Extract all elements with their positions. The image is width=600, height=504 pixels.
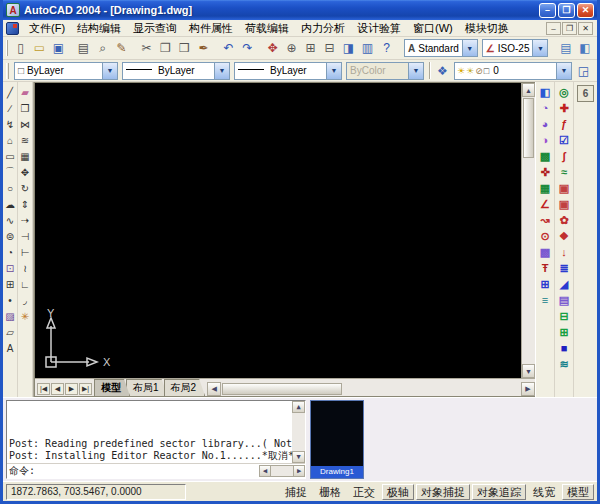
copy-object-icon[interactable]: ❐ xyxy=(18,100,33,116)
designcenter-icon[interactable]: ▥ xyxy=(358,39,377,58)
doc-restore-button[interactable]: ❐ xyxy=(562,22,577,35)
doc-close-button[interactable]: ✕ xyxy=(578,22,593,35)
plugin-drop-icon[interactable]: ↓ xyxy=(555,244,573,260)
plugin-solid-icon[interactable]: ■ xyxy=(555,340,573,356)
scroll-right-icon[interactable]: ▶ xyxy=(293,465,305,477)
plugin-flower2-icon[interactable]: ❖ xyxy=(555,228,573,244)
plugin-waves-icon[interactable]: ≋ xyxy=(555,356,573,372)
spline-icon[interactable]: ∿ xyxy=(3,212,18,228)
open-icon[interactable]: ▭ xyxy=(30,39,49,58)
move-icon[interactable]: ✥ xyxy=(18,164,33,180)
lock-icon[interactable]: 6 xyxy=(577,85,594,102)
status-lineweight[interactable]: 线宽 xyxy=(528,484,560,500)
command-hscrollbar[interactable]: ◀ ▶ xyxy=(259,465,305,477)
plugin-box1-icon[interactable]: ▣ xyxy=(555,180,573,196)
chevron-down-icon[interactable]: ▼ xyxy=(214,63,229,79)
plugin-plus-box-icon[interactable]: ⊞ xyxy=(555,324,573,340)
view-front-icon[interactable]: ◨ xyxy=(594,39,600,58)
lineweight-combo[interactable]: ByLayer ▼ xyxy=(234,62,342,80)
doc-minimize-button[interactable]: – xyxy=(546,22,561,35)
hatch-icon[interactable]: ▨ xyxy=(3,308,18,324)
command-window[interactable]: Post: Reading predefined sector library.… xyxy=(6,400,306,479)
layer-freeze-icon[interactable]: ☀ xyxy=(466,66,474,76)
chamfer-icon[interactable]: ∟ xyxy=(18,276,33,292)
plugin-script-icon[interactable]: ƒ xyxy=(555,116,573,132)
scroll-up-icon[interactable]: ▲ xyxy=(292,401,305,413)
menu-load-edit[interactable]: 荷载编辑 xyxy=(239,20,295,37)
menu-member-properties[interactable]: 构件属性 xyxy=(183,20,239,37)
save-icon[interactable]: ▣ xyxy=(49,39,68,58)
plugin-grid-blue-icon[interactable]: ⊞ xyxy=(536,276,554,292)
plugin-panel-icon[interactable]: ▦ xyxy=(536,180,554,196)
menu-module-switch[interactable]: 模块切换 xyxy=(459,20,515,37)
vertical-scrollbar[interactable]: ▲ ▼ xyxy=(521,83,535,378)
toolbar-grip[interactable] xyxy=(6,40,8,56)
status-osnap[interactable]: 对象捕捉 xyxy=(416,484,470,500)
point-icon[interactable]: • xyxy=(3,292,18,308)
scale-icon[interactable]: ⇕ xyxy=(18,196,33,212)
layer-color-swatch[interactable]: □ xyxy=(484,66,489,76)
status-grid[interactable]: 栅格 xyxy=(314,484,346,500)
minimize-button[interactable]: – xyxy=(539,3,556,18)
redo-icon[interactable]: ↷ xyxy=(238,39,257,58)
stretch-icon[interactable]: ⇢ xyxy=(18,212,33,228)
drawing-icon[interactable] xyxy=(6,22,19,35)
rotate-icon[interactable]: ↻ xyxy=(18,180,33,196)
menu-file[interactable]: 文件(F) xyxy=(23,20,71,37)
plugin-hatch-icon[interactable]: ▩ xyxy=(536,244,554,260)
layer-combo[interactable]: ☀☀⊘□ 0 ▼ xyxy=(454,62,572,80)
plugin-wedge-icon[interactable]: ◢ xyxy=(555,276,573,292)
insert-block-icon[interactable]: ⊡ xyxy=(3,260,18,276)
construction-line-icon[interactable]: ∕ xyxy=(3,100,18,116)
named-views-icon[interactable]: ▤ xyxy=(556,39,575,58)
plugin-bench-icon[interactable]: ≣ xyxy=(555,260,573,276)
menu-design-check[interactable]: 设计验算 xyxy=(351,20,407,37)
menu-window[interactable]: 窗口(W) xyxy=(407,20,459,37)
status-otrack[interactable]: 对象追踪 xyxy=(472,484,526,500)
plugin-fan1-icon[interactable]: ◔ xyxy=(536,100,554,116)
scroll-left-icon[interactable]: ◀ xyxy=(259,465,271,477)
linetype-combo[interactable]: ByLayer ▼ xyxy=(122,62,230,80)
ellipse-icon[interactable]: ⊜ xyxy=(3,228,18,244)
plugin-fan3-icon[interactable]: ◑ xyxy=(536,132,554,148)
scroll-right-icon[interactable]: ▶ xyxy=(521,382,535,396)
offset-icon[interactable]: ≋ xyxy=(18,132,33,148)
mtext-icon[interactable]: A xyxy=(3,340,18,356)
undo-icon[interactable]: ↶ xyxy=(219,39,238,58)
mirror-icon[interactable]: ⋈ xyxy=(18,116,33,132)
layer-properties-icon[interactable]: ❖ xyxy=(433,61,452,80)
tab-nav-button[interactable]: ▶ xyxy=(65,383,78,395)
help-icon[interactable]: ? xyxy=(377,39,396,58)
make-block-icon[interactable]: ⊞ xyxy=(3,276,18,292)
plugin-grid-green-icon[interactable]: ▩ xyxy=(536,148,554,164)
zoom-window-icon[interactable]: ⊞ xyxy=(301,39,320,58)
plugin-check-icon[interactable]: ☑ xyxy=(555,132,573,148)
tab-nav-button[interactable]: |◀ xyxy=(37,383,50,395)
plugin-purple-panel-icon[interactable]: ▤ xyxy=(555,292,573,308)
restore-button[interactable]: ❐ xyxy=(558,3,575,18)
match-properties-icon[interactable]: ✒ xyxy=(194,39,213,58)
plugin-oval-icon[interactable]: ◎ xyxy=(555,84,573,100)
tab-layout1[interactable]: 布局1 xyxy=(126,379,168,396)
plugin-bars-icon[interactable]: ≡ xyxy=(536,292,554,308)
hscroll-thumb[interactable] xyxy=(222,383,342,395)
array-icon[interactable]: ▦ xyxy=(18,148,33,164)
drawing-thumbnail[interactable]: Drawing1 xyxy=(310,400,364,479)
break-icon[interactable]: ≀ xyxy=(18,260,33,276)
chevron-down-icon[interactable]: ▼ xyxy=(462,40,477,56)
menu-display-query[interactable]: 显示查询 xyxy=(127,20,183,37)
plugin-tee-icon[interactable]: Ŧ xyxy=(536,260,554,276)
view-top-icon[interactable]: ◧ xyxy=(575,39,594,58)
rectangle-icon[interactable]: ▭ xyxy=(3,148,18,164)
arc-icon[interactable]: ⌒ xyxy=(3,164,18,180)
color-combo[interactable]: □ ByLayer ▼ xyxy=(14,62,118,80)
scroll-down-icon[interactable]: ▼ xyxy=(292,451,305,463)
plugin-sketch-icon[interactable]: ≈ xyxy=(555,164,573,180)
scroll-left-icon[interactable]: ◀ xyxy=(207,382,221,396)
status-ortho[interactable]: 正交 xyxy=(348,484,380,500)
new-icon[interactable]: ▯ xyxy=(11,39,30,58)
plugin-box2-icon[interactable]: ▣ xyxy=(555,196,573,212)
region-icon[interactable]: ▱ xyxy=(3,324,18,340)
plugin-angle-icon[interactable]: ∠ xyxy=(536,196,554,212)
scroll-down-icon[interactable]: ▼ xyxy=(522,364,535,378)
